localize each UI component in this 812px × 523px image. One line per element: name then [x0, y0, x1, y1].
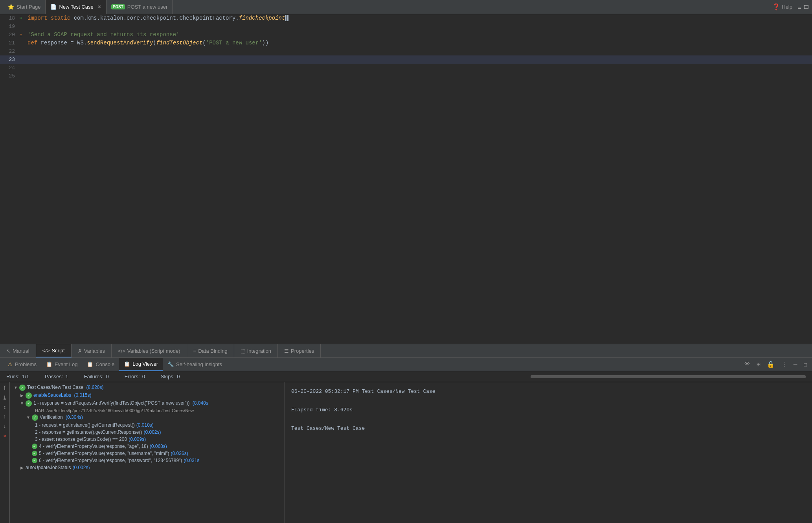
minimize-icon[interactable]: 🗕	[797, 4, 802, 10]
tab-variables[interactable]: ✗ Variables	[72, 344, 112, 357]
log-panel: ⚠ Problems 📋 Event Log 📋 Console 📋 Log V…	[0, 358, 812, 523]
line-content-18: import static com.kms.katalon.core.check…	[26, 14, 812, 22]
tree-item-response[interactable]: ▼ ✓ 1 - response = sendRequestAndVerify(…	[10, 400, 285, 407]
line-content-24	[26, 64, 812, 72]
code-editor[interactable]: 18 ⊕ import static com.kms.katalon.core.…	[0, 14, 812, 344]
runs-stat: Runs: 1/1	[6, 374, 29, 379]
pass-icon-req5: ✓	[32, 451, 37, 456]
tree-req4-duration: (0.068s)	[150, 444, 167, 449]
problems-icon: ⚠	[8, 361, 13, 367]
line-marker-24	[20, 64, 26, 72]
scroll-top-button[interactable]: ⤒	[2, 384, 8, 392]
scroll-down-button[interactable]: ↓	[2, 422, 8, 430]
console-icon: 📋	[87, 361, 93, 367]
tree-item-enable-sauce[interactable]: ▶ ✓ enableSauceLabs (0.015s)	[10, 392, 285, 400]
expand-all-button[interactable]: ↕	[2, 403, 8, 411]
tree-item-root[interactable]: ▼ ✓ Test Cases/New Test Case (8.620s)	[10, 384, 285, 392]
pass-icon-response: ✓	[26, 400, 32, 407]
tab-problems-label: Problems	[15, 361, 37, 367]
post-badge: POST	[111, 4, 125, 9]
code-line-25: 25	[0, 72, 812, 80]
progress-bar	[531, 375, 806, 378]
code-line-20: 20 △ 'Send a SOAP request and returns it…	[0, 31, 812, 39]
scroll-bottom-button[interactable]: ⤓	[2, 394, 8, 402]
line-content-19	[26, 22, 812, 31]
tree-req3-text: 3 - assert response.getStatusCode() == 2…	[35, 436, 127, 442]
tab-start-page-label: Start Page	[17, 4, 40, 10]
filter-button[interactable]: 👁	[742, 360, 752, 369]
expand-auto-update[interactable]: ▶	[19, 465, 25, 470]
code-line-21: 21 def response = WS.sendRequestAndVerif…	[0, 39, 812, 47]
tree-item-req3[interactable]: 3 - assert response.getStatusCode() == 2…	[10, 436, 285, 443]
tab-script[interactable]: </> Script	[36, 344, 72, 357]
lock-button[interactable]: 🔒	[765, 360, 776, 369]
tab-data-binding[interactable]: ≡ Data Binding	[187, 344, 234, 357]
tree-item-req1[interactable]: 1 - request = getInstance().getCurrentRe…	[10, 422, 285, 429]
line-number-18: 18	[0, 14, 20, 22]
help-button[interactable]: ❓ Help 🗕 🗖	[772, 3, 809, 11]
tab-console-label: Console	[96, 361, 114, 367]
star-icon: ⭐	[8, 4, 14, 10]
tab-properties[interactable]: ☰ Properties	[278, 344, 321, 357]
tab-start-page[interactable]: ⭐ Start Page	[3, 0, 46, 14]
tab-console[interactable]: 📋 Console	[82, 358, 119, 371]
help-icon: ❓	[772, 3, 780, 11]
tab-variables-script[interactable]: </> Variables (Script mode)	[112, 344, 187, 357]
tab-event-log[interactable]: 📋 Event Log	[41, 358, 83, 371]
skips-value: 0	[177, 374, 180, 379]
tree-sauce-duration: (0.015s)	[74, 392, 91, 398]
line-number-19: 19	[0, 22, 20, 31]
tab-problems[interactable]: ⚠ Problems	[3, 358, 41, 371]
line-number-22: 22	[0, 47, 20, 55]
line-content-20: 'Send a SOAP request and returns its res…	[26, 31, 812, 39]
maximize-icon[interactable]: 🗖	[804, 4, 809, 10]
tree-item-auto-update[interactable]: ▶ autoUpdateJobStatus (0.002s)	[10, 464, 285, 471]
log-tab-bar: ⚠ Problems 📋 Event Log 📋 Console 📋 Log V…	[0, 358, 812, 371]
line-marker-18: ⊕	[20, 14, 26, 22]
code-line-24: 24	[0, 64, 812, 72]
line-content-25	[26, 72, 812, 80]
tree-req6-text: 6 - verifyElementPropertyValue(response,…	[39, 458, 182, 463]
tab-log-viewer[interactable]: 📋 Log Viewer	[119, 358, 163, 371]
tree-item-req6[interactable]: ✓ 6 - verifyElementPropertyValue(respons…	[10, 457, 285, 464]
maximize-log-button[interactable]: ☐	[802, 360, 809, 369]
line-content-21: def response = WS.sendRequestAndVerify(f…	[26, 39, 812, 47]
line-number-25: 25	[0, 72, 20, 80]
tree-har-text: HAR: /var/folders/lp/pnz712z92x75rk460lm…	[35, 408, 194, 413]
tree-label-root: Test Cases/New Test Case (8.620s)	[27, 385, 104, 390]
tab-integration[interactable]: ⬚ Integration	[234, 344, 278, 357]
tree-req5-text: 5 - verifyElementPropertyValue(response,…	[39, 451, 169, 456]
expand-verification[interactable]: ▼	[26, 414, 31, 420]
layout-button[interactable]: ⊞	[755, 360, 762, 369]
log-tree[interactable]: ▼ ✓ Test Cases/New Test Case (8.620s) ▶ …	[10, 382, 285, 523]
scroll-up-button[interactable]: ↑	[2, 413, 8, 421]
tree-root-duration: (8.620s)	[86, 385, 104, 390]
tab-self-healing[interactable]: 🔧 Self-healing Insights	[163, 358, 227, 371]
tree-item-req2[interactable]: 2 - response = getInstance().getCurrentR…	[10, 429, 285, 436]
minimize-log-button[interactable]: ─	[792, 360, 799, 369]
tree-label-verification: Verification (0.304s)	[40, 414, 83, 420]
skips-label: Skips:	[161, 374, 175, 379]
expand-enable-sauce[interactable]: ▶	[19, 392, 25, 398]
tree-req3-duration: (0.009s)	[129, 436, 146, 442]
tree-req5-duration: (0.026s)	[171, 451, 188, 456]
tab-new-test-case[interactable]: 📄 New Test Case ✕	[46, 0, 106, 14]
tab-event-log-label: Event Log	[55, 361, 78, 367]
tab-manual[interactable]: ↖ Manual	[0, 344, 36, 357]
tree-item-req5[interactable]: ✓ 5 - verifyElementPropertyValue(respons…	[10, 450, 285, 457]
expand-response[interactable]: ▼	[19, 400, 25, 406]
expand-root[interactable]: ▼	[13, 385, 18, 390]
clear-button[interactable]: ✕	[2, 432, 8, 440]
more-button[interactable]: ⋮	[779, 360, 789, 369]
tree-response-duration: (8.040s	[193, 400, 208, 406]
tab-integration-label: Integration	[247, 348, 271, 354]
tree-item-verification[interactable]: ▼ ✓ Verification (0.304s)	[10, 414, 285, 422]
file-icon: 📄	[50, 4, 57, 10]
tree-item-req4[interactable]: ✓ 4 - verifyElementPropertyValue(respons…	[10, 443, 285, 450]
tab-close-icon[interactable]: ✕	[97, 4, 101, 10]
properties-icon: ☰	[284, 348, 289, 354]
tree-item-har[interactable]: HAR: /var/folders/lp/pnz712z92x75rk460lm…	[10, 407, 285, 414]
tab-post-new-user[interactable]: POST POST a new user	[107, 0, 173, 14]
passes-stat: Passes: 1	[45, 374, 68, 379]
tab-properties-label: Properties	[291, 348, 314, 354]
